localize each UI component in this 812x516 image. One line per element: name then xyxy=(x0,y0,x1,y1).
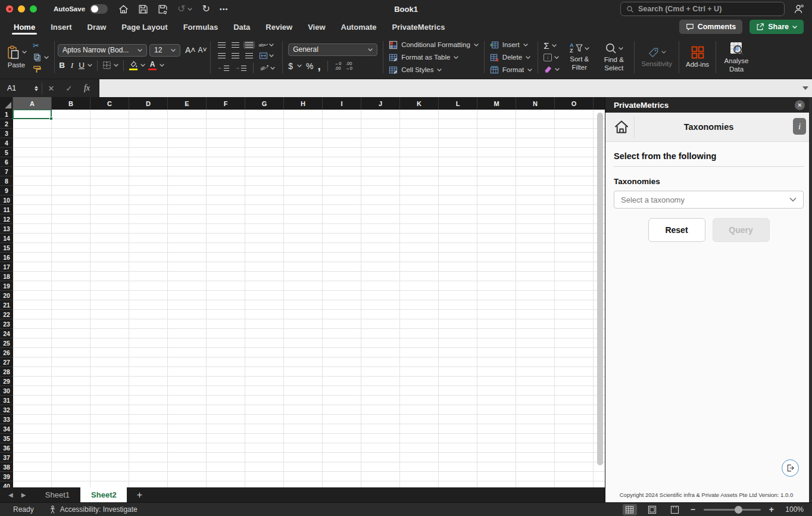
row-header-28[interactable]: 28 xyxy=(0,367,13,377)
cell-J3[interactable] xyxy=(361,129,400,138)
cell-M5[interactable] xyxy=(477,148,516,157)
cell-O17[interactable] xyxy=(555,262,594,272)
cell-N5[interactable] xyxy=(516,148,555,157)
cell-O36[interactable] xyxy=(555,443,594,453)
cell-B16[interactable] xyxy=(52,253,90,262)
cell-J36[interactable] xyxy=(361,443,400,453)
cell-J40[interactable] xyxy=(361,481,400,487)
cell-G14[interactable] xyxy=(245,234,284,243)
cell-M24[interactable] xyxy=(477,329,516,338)
cell-E26[interactable] xyxy=(168,348,207,358)
cell-K28[interactable] xyxy=(400,367,439,377)
cell-A10[interactable] xyxy=(13,195,52,205)
cell-F14[interactable] xyxy=(207,234,245,243)
cell-H34[interactable] xyxy=(284,424,323,434)
tab-insert[interactable]: Insert xyxy=(43,18,79,36)
cell-K31[interactable] xyxy=(400,396,439,405)
cell-I21[interactable] xyxy=(323,300,361,310)
page-break-view-button[interactable] xyxy=(668,504,682,515)
cell-F21[interactable] xyxy=(207,300,245,310)
cell-G1[interactable] xyxy=(245,110,284,119)
cell-N23[interactable] xyxy=(516,319,555,329)
cell-O37[interactable] xyxy=(555,453,594,462)
cell-L25[interactable] xyxy=(439,338,477,348)
home-icon[interactable] xyxy=(118,4,129,14)
row-header-35[interactable]: 35 xyxy=(0,434,13,443)
cell-A38[interactable] xyxy=(13,462,52,472)
delete-cells-button[interactable]: Delete xyxy=(490,53,532,62)
cell-C23[interactable] xyxy=(90,319,129,329)
cell-H36[interactable] xyxy=(284,443,323,453)
cell-N25[interactable] xyxy=(516,338,555,348)
panel-info-button[interactable]: i xyxy=(793,118,806,135)
cell-C2[interactable] xyxy=(90,119,129,129)
tab-formulas[interactable]: Formulas xyxy=(176,18,226,36)
accessibility-status[interactable]: Accessibility: Investigate xyxy=(48,505,138,514)
cell-G37[interactable] xyxy=(245,453,284,462)
cell-M4[interactable] xyxy=(477,138,516,148)
cell-I27[interactable] xyxy=(323,358,361,367)
row-header-25[interactable]: 25 xyxy=(0,338,13,348)
cell-K26[interactable] xyxy=(400,348,439,358)
clear-button[interactable] xyxy=(544,65,560,74)
cell-A39[interactable] xyxy=(13,472,52,481)
cell-M40[interactable] xyxy=(477,481,516,487)
share-button[interactable]: Share xyxy=(749,20,804,34)
cell-M21[interactable] xyxy=(477,300,516,310)
cell-F26[interactable] xyxy=(207,348,245,358)
copy-button[interactable] xyxy=(33,53,49,62)
cell-B36[interactable] xyxy=(52,443,90,453)
cell-H14[interactable] xyxy=(284,234,323,243)
cell-I14[interactable] xyxy=(323,234,361,243)
cell-H20[interactable] xyxy=(284,291,323,300)
cell-A35[interactable] xyxy=(13,434,52,443)
save-icon[interactable] xyxy=(138,4,148,14)
cell-F29[interactable] xyxy=(207,377,245,386)
cell-H2[interactable] xyxy=(284,119,323,129)
cell-L24[interactable] xyxy=(439,329,477,338)
cell-E39[interactable] xyxy=(168,472,207,481)
cell-G28[interactable] xyxy=(245,367,284,377)
cell-O31[interactable] xyxy=(555,396,594,405)
cell-A26[interactable] xyxy=(13,348,52,358)
cell-B30[interactable] xyxy=(52,386,90,396)
format-as-table-button[interactable]: Format as Table xyxy=(389,53,479,62)
cell-B10[interactable] xyxy=(52,195,90,205)
row-header-30[interactable]: 30 xyxy=(0,386,13,396)
cell-J23[interactable] xyxy=(361,319,400,329)
cell-L39[interactable] xyxy=(439,472,477,481)
cell-E17[interactable] xyxy=(168,262,207,272)
align-center-button[interactable] xyxy=(230,52,241,60)
cell-K12[interactable] xyxy=(400,215,439,224)
cell-D17[interactable] xyxy=(129,262,168,272)
cell-E27[interactable] xyxy=(168,358,207,367)
cell-H29[interactable] xyxy=(284,377,323,386)
cell-C8[interactable] xyxy=(90,176,129,186)
cell-E7[interactable] xyxy=(168,167,207,176)
cell-D31[interactable] xyxy=(129,396,168,405)
cell-O6[interactable] xyxy=(555,157,594,167)
cell-M10[interactable] xyxy=(477,195,516,205)
cell-A16[interactable] xyxy=(13,253,52,262)
cell-K1[interactable] xyxy=(400,110,439,119)
cell-I4[interactable] xyxy=(323,138,361,148)
cell-E15[interactable] xyxy=(168,243,207,253)
cell-O26[interactable] xyxy=(555,348,594,358)
cell-E16[interactable] xyxy=(168,253,207,262)
cell-C15[interactable] xyxy=(90,243,129,253)
cell-I35[interactable] xyxy=(323,434,361,443)
cell-I39[interactable] xyxy=(323,472,361,481)
cell-C30[interactable] xyxy=(90,386,129,396)
cell-A7[interactable] xyxy=(13,167,52,176)
cell-D18[interactable] xyxy=(129,272,168,281)
cell-F36[interactable] xyxy=(207,443,245,453)
cell-G8[interactable] xyxy=(245,176,284,186)
cell-G6[interactable] xyxy=(245,157,284,167)
cell-C22[interactable] xyxy=(90,310,129,319)
cell-E13[interactable] xyxy=(168,224,207,234)
cell-M16[interactable] xyxy=(477,253,516,262)
cell-O29[interactable] xyxy=(555,377,594,386)
paste-button[interactable]: Paste xyxy=(2,44,30,70)
row-header-15[interactable]: 15 xyxy=(0,243,13,253)
increase-indent-button[interactable]: → xyxy=(233,64,248,72)
